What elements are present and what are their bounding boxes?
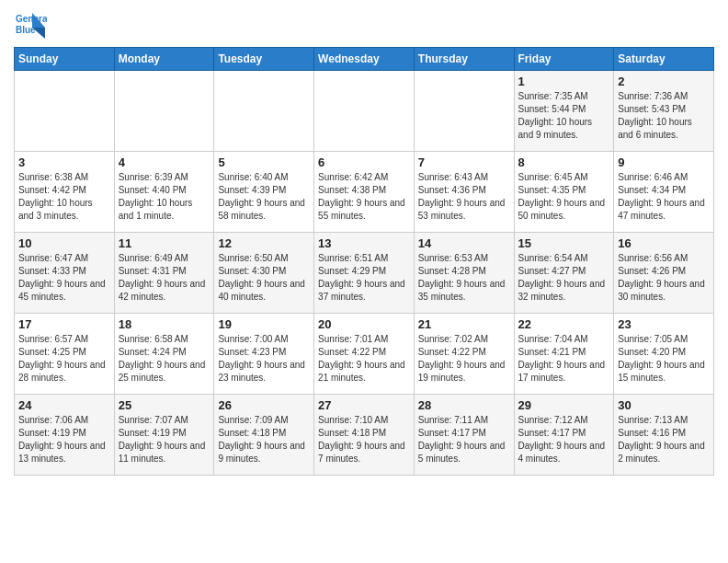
weekday-header-friday: Friday <box>514 48 614 71</box>
calendar-cell: 20Sunrise: 7:01 AM Sunset: 4:22 PM Dayli… <box>314 314 415 395</box>
day-number: 26 <box>218 398 310 412</box>
day-info: Sunrise: 6:39 AM Sunset: 4:40 PM Dayligh… <box>119 171 210 223</box>
day-info: Sunrise: 7:09 AM Sunset: 4:18 PM Dayligh… <box>218 414 310 465</box>
calendar-cell: 14Sunrise: 6:53 AM Sunset: 4:28 PM Dayli… <box>414 233 514 314</box>
day-number: 27 <box>318 398 410 412</box>
calendar-cell: 11Sunrise: 6:49 AM Sunset: 4:31 PM Dayli… <box>114 233 214 314</box>
day-info: Sunrise: 7:12 AM Sunset: 4:17 PM Dayligh… <box>518 414 610 465</box>
calendar-cell: 16Sunrise: 6:56 AM Sunset: 4:26 PM Dayli… <box>614 233 714 314</box>
calendar-cell: 13Sunrise: 6:51 AM Sunset: 4:29 PM Dayli… <box>314 233 415 314</box>
day-info: Sunrise: 6:54 AM Sunset: 4:27 PM Dayligh… <box>518 252 610 304</box>
day-info: Sunrise: 6:58 AM Sunset: 4:24 PM Dayligh… <box>119 333 210 385</box>
day-info: Sunrise: 7:11 AM Sunset: 4:17 PM Dayligh… <box>418 414 510 465</box>
day-number: 22 <box>518 317 610 331</box>
day-info: Sunrise: 6:43 AM Sunset: 4:36 PM Dayligh… <box>418 171 510 223</box>
day-info: Sunrise: 7:10 AM Sunset: 4:18 PM Dayligh… <box>318 414 410 465</box>
calendar-cell <box>15 71 115 152</box>
svg-text:General: General <box>16 14 47 24</box>
weekday-header-tuesday: Tuesday <box>214 48 314 71</box>
weekday-header-sunday: Sunday <box>15 48 115 71</box>
day-info: Sunrise: 6:45 AM Sunset: 4:35 PM Dayligh… <box>518 171 610 223</box>
weekday-header-saturday: Saturday <box>614 48 714 71</box>
day-number: 20 <box>318 317 410 331</box>
day-number: 12 <box>218 236 310 250</box>
day-number: 6 <box>318 155 410 169</box>
calendar-cell: 10Sunrise: 6:47 AM Sunset: 4:33 PM Dayli… <box>15 233 115 314</box>
day-number: 10 <box>18 236 110 250</box>
day-number: 18 <box>119 317 210 331</box>
calendar-cell: 22Sunrise: 7:04 AM Sunset: 4:21 PM Dayli… <box>514 314 614 395</box>
day-number: 1 <box>518 75 610 88</box>
header-row: General Blue <box>14 9 714 42</box>
day-info: Sunrise: 7:05 AM Sunset: 4:20 PM Dayligh… <box>618 333 710 385</box>
calendar-cell: 18Sunrise: 6:58 AM Sunset: 4:24 PM Dayli… <box>114 314 214 395</box>
day-info: Sunrise: 7:04 AM Sunset: 4:21 PM Dayligh… <box>518 333 610 385</box>
day-info: Sunrise: 7:06 AM Sunset: 4:19 PM Dayligh… <box>18 414 110 465</box>
day-number: 4 <box>119 155 210 169</box>
day-number: 17 <box>18 317 110 331</box>
day-info: Sunrise: 6:38 AM Sunset: 4:42 PM Dayligh… <box>18 171 110 223</box>
day-number: 21 <box>418 317 510 331</box>
calendar-cell <box>214 71 314 152</box>
calendar-cell: 9Sunrise: 6:46 AM Sunset: 4:34 PM Daylig… <box>614 152 714 233</box>
calendar-cell: 25Sunrise: 7:07 AM Sunset: 4:19 PM Dayli… <box>114 395 214 476</box>
day-info: Sunrise: 7:01 AM Sunset: 4:22 PM Dayligh… <box>318 333 410 385</box>
calendar-week-row: 17Sunrise: 6:57 AM Sunset: 4:25 PM Dayli… <box>15 314 714 395</box>
calendar-cell <box>114 71 214 152</box>
calendar-cell: 19Sunrise: 7:00 AM Sunset: 4:23 PM Dayli… <box>214 314 314 395</box>
calendar-cell: 12Sunrise: 6:50 AM Sunset: 4:30 PM Dayli… <box>214 233 314 314</box>
day-number: 8 <box>518 155 610 169</box>
calendar-cell <box>314 71 415 152</box>
weekday-header-monday: Monday <box>114 48 214 71</box>
calendar-cell: 29Sunrise: 7:12 AM Sunset: 4:17 PM Dayli… <box>514 395 614 476</box>
day-info: Sunrise: 6:50 AM Sunset: 4:30 PM Dayligh… <box>218 252 310 304</box>
calendar-week-row: 10Sunrise: 6:47 AM Sunset: 4:33 PM Dayli… <box>15 233 714 314</box>
day-info: Sunrise: 6:56 AM Sunset: 4:26 PM Dayligh… <box>618 252 710 304</box>
day-number: 7 <box>418 155 510 169</box>
calendar-cell: 1Sunrise: 7:35 AM Sunset: 5:44 PM Daylig… <box>514 71 614 152</box>
day-number: 23 <box>618 317 710 331</box>
day-info: Sunrise: 6:49 AM Sunset: 4:31 PM Dayligh… <box>119 252 210 304</box>
day-number: 11 <box>119 236 210 250</box>
calendar-cell: 27Sunrise: 7:10 AM Sunset: 4:18 PM Dayli… <box>314 395 415 476</box>
logo-icon: General Blue <box>14 9 47 42</box>
calendar-cell: 24Sunrise: 7:06 AM Sunset: 4:19 PM Dayli… <box>15 395 115 476</box>
day-info: Sunrise: 7:36 AM Sunset: 5:43 PM Dayligh… <box>618 90 710 142</box>
svg-text:Blue: Blue <box>16 25 36 35</box>
calendar-week-row: 1Sunrise: 7:35 AM Sunset: 5:44 PM Daylig… <box>15 71 714 152</box>
day-number: 25 <box>119 398 210 412</box>
day-info: Sunrise: 6:53 AM Sunset: 4:28 PM Dayligh… <box>418 252 510 304</box>
calendar-cell: 7Sunrise: 6:43 AM Sunset: 4:36 PM Daylig… <box>414 152 514 233</box>
day-info: Sunrise: 7:07 AM Sunset: 4:19 PM Dayligh… <box>119 414 210 465</box>
day-info: Sunrise: 7:02 AM Sunset: 4:22 PM Dayligh… <box>418 333 510 385</box>
calendar-week-row: 24Sunrise: 7:06 AM Sunset: 4:19 PM Dayli… <box>15 395 714 476</box>
calendar-cell: 3Sunrise: 6:38 AM Sunset: 4:42 PM Daylig… <box>15 152 115 233</box>
day-number: 16 <box>618 236 710 250</box>
day-info: Sunrise: 6:42 AM Sunset: 4:38 PM Dayligh… <box>318 171 410 223</box>
day-number: 30 <box>618 398 710 412</box>
weekday-header-thursday: Thursday <box>414 48 514 71</box>
day-number: 3 <box>18 155 110 169</box>
day-info: Sunrise: 6:46 AM Sunset: 4:34 PM Dayligh… <box>618 171 710 223</box>
calendar-cell: 15Sunrise: 6:54 AM Sunset: 4:27 PM Dayli… <box>514 233 614 314</box>
day-number: 5 <box>218 155 310 169</box>
calendar-cell <box>414 71 514 152</box>
day-info: Sunrise: 7:35 AM Sunset: 5:44 PM Dayligh… <box>518 90 610 142</box>
day-number: 19 <box>218 317 310 331</box>
weekday-header-wednesday: Wednesday <box>314 48 415 71</box>
day-number: 28 <box>418 398 510 412</box>
calendar-cell: 8Sunrise: 6:45 AM Sunset: 4:35 PM Daylig… <box>514 152 614 233</box>
day-number: 29 <box>518 398 610 412</box>
calendar-cell: 2Sunrise: 7:36 AM Sunset: 5:43 PM Daylig… <box>614 71 714 152</box>
logo: General Blue <box>14 9 47 42</box>
day-info: Sunrise: 6:47 AM Sunset: 4:33 PM Dayligh… <box>18 252 110 304</box>
calendar-table: SundayMondayTuesdayWednesdayThursdayFrid… <box>14 47 714 476</box>
calendar-week-row: 3Sunrise: 6:38 AM Sunset: 4:42 PM Daylig… <box>15 152 714 233</box>
day-info: Sunrise: 7:00 AM Sunset: 4:23 PM Dayligh… <box>218 333 310 385</box>
day-info: Sunrise: 6:57 AM Sunset: 4:25 PM Dayligh… <box>18 333 110 385</box>
day-number: 13 <box>318 236 410 250</box>
day-info: Sunrise: 7:13 AM Sunset: 4:16 PM Dayligh… <box>618 414 710 465</box>
calendar-cell: 17Sunrise: 6:57 AM Sunset: 4:25 PM Dayli… <box>15 314 115 395</box>
calendar-cell: 4Sunrise: 6:39 AM Sunset: 4:40 PM Daylig… <box>114 152 214 233</box>
calendar-cell: 26Sunrise: 7:09 AM Sunset: 4:18 PM Dayli… <box>214 395 314 476</box>
